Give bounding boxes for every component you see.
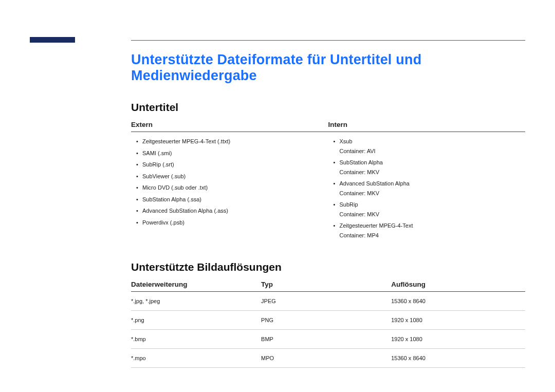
list-item: Zeitgesteuerter MPEG-4-Text (.ttxt) bbox=[131, 137, 328, 146]
page-title: Unterstützte Dateiformate für Untertitel… bbox=[131, 52, 525, 84]
item-sub: Container: MP4 bbox=[340, 231, 526, 240]
subtitle-table: Extern Intern Zeitgesteuerter MPEG-4-Tex… bbox=[131, 121, 525, 242]
column-header-ext: Dateierweiterung bbox=[131, 281, 261, 292]
cell-res: 15360 x 8640 bbox=[391, 349, 525, 368]
cell-res: 15360 x 8640 bbox=[391, 292, 525, 311]
list-item: Xsub Container: AVI bbox=[328, 137, 526, 155]
header-accent-bar bbox=[30, 37, 75, 43]
item-text: SubStation Alpha bbox=[340, 159, 383, 165]
column-header-type: Typ bbox=[261, 281, 391, 292]
column-header-intern: Intern bbox=[328, 121, 526, 132]
list-item: SAMI (.smi) bbox=[131, 149, 328, 158]
table-row: *.jpg, *.jpeg JPEG 15360 x 8640 bbox=[131, 292, 525, 311]
table-row: *.mpo MPO 15360 x 8640 bbox=[131, 349, 525, 368]
list-item: Zeitgesteuerter MPEG-4-Text Container: M… bbox=[328, 221, 526, 239]
list-item: Micro DVD (.sub oder .txt) bbox=[131, 183, 328, 192]
item-text: SubRip bbox=[340, 201, 358, 208]
cell-ext: *.png bbox=[131, 311, 261, 330]
list-item: Advanced SubStation Alpha (.ass) bbox=[131, 207, 328, 215]
section-heading-images: Unterstützte Bildauflösungen bbox=[131, 261, 525, 273]
cell-ext: *.bmp bbox=[131, 330, 261, 349]
table-row: *.bmp BMP 1920 x 1080 bbox=[131, 330, 525, 349]
table-row: *.png PNG 1920 x 1080 bbox=[131, 311, 525, 330]
list-item: Powerdivx (.psb) bbox=[131, 218, 328, 227]
cell-ext: *.jpg, *.jpeg bbox=[131, 292, 261, 311]
column-header-extern: Extern bbox=[131, 121, 328, 132]
list-item: SubStation Alpha (.ssa) bbox=[131, 195, 328, 204]
cell-res: 1920 x 1080 bbox=[391, 330, 525, 349]
item-sub: Container: AVI bbox=[340, 147, 526, 156]
header-rule bbox=[131, 40, 525, 41]
page-content: Unterstützte Dateiformate für Untertitel… bbox=[131, 49, 525, 368]
item-text: Zeitgesteuerter MPEG-4-Text bbox=[340, 222, 413, 229]
cell-type: JPEG bbox=[261, 292, 391, 311]
item-text: Advanced SubStation Alpha bbox=[340, 180, 410, 186]
list-item: SubViewer (.sub) bbox=[131, 172, 328, 181]
list-item: SubRip (.srt) bbox=[131, 160, 328, 169]
section-heading-subtitles: Untertitel bbox=[131, 101, 525, 114]
cell-ext: *.mpo bbox=[131, 349, 261, 368]
image-resolution-table: Dateierweiterung Typ Auflösung *.jpg, *.… bbox=[131, 281, 525, 368]
list-item: SubRip Container: MKV bbox=[328, 200, 526, 218]
cell-type: MPO bbox=[261, 349, 391, 368]
intern-list: Xsub Container: AVI SubStation Alpha Con… bbox=[328, 137, 526, 239]
list-item: Advanced SubStation Alpha Container: MKV bbox=[328, 179, 526, 197]
column-header-res: Auflösung bbox=[391, 281, 525, 292]
cell-res: 1920 x 1080 bbox=[391, 311, 525, 330]
cell-type: PNG bbox=[261, 311, 391, 330]
item-text: Xsub bbox=[340, 138, 353, 144]
extern-list: Zeitgesteuerter MPEG-4-Text (.ttxt) SAMI… bbox=[131, 137, 328, 227]
item-sub: Container: MKV bbox=[340, 168, 526, 177]
cell-type: BMP bbox=[261, 330, 391, 349]
item-sub: Container: MKV bbox=[340, 210, 526, 219]
list-item: SubStation Alpha Container: MKV bbox=[328, 158, 526, 176]
item-sub: Container: MKV bbox=[340, 189, 526, 198]
